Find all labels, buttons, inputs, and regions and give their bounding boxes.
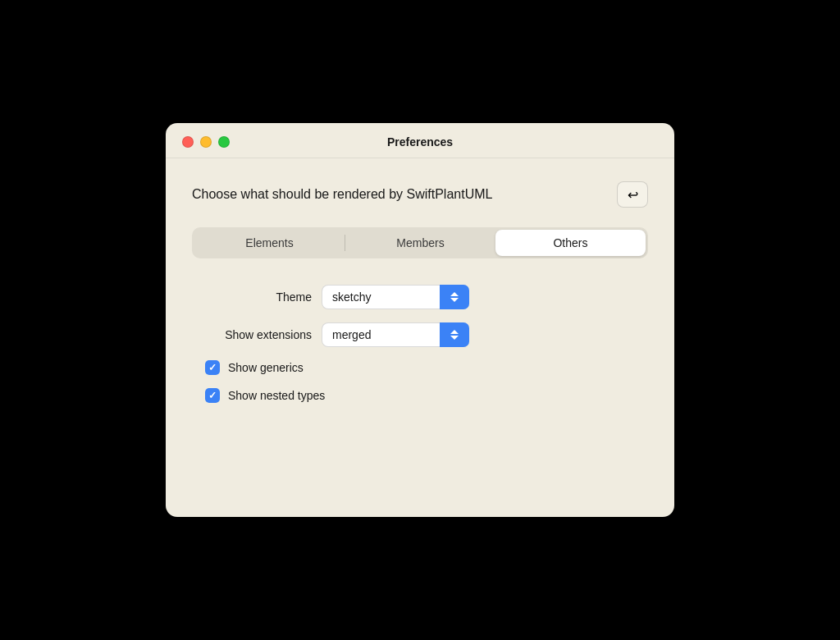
close-button[interactable] [182, 136, 194, 148]
extensions-select[interactable]: merged separate none [322, 322, 469, 347]
preferences-window: Preferences Choose what should be render… [166, 123, 674, 517]
tab-members[interactable]: Members [345, 230, 495, 256]
header-row: Choose what should be rendered by SwiftP… [192, 181, 648, 208]
generics-label: Show generics [228, 361, 304, 374]
theme-label: Theme [205, 290, 312, 304]
checkmark-icon-2: ✓ [208, 391, 217, 400]
tab-elements[interactable]: Elements [194, 230, 345, 256]
theme-row: Theme sketchy plain vibrant amiga [205, 285, 648, 309]
minimize-button[interactable] [200, 136, 212, 148]
extensions-row: Show extensions merged separate none [205, 322, 648, 347]
tab-others[interactable]: Others [495, 230, 646, 256]
nested-types-checkbox[interactable]: ✓ [205, 388, 220, 403]
form-area: Theme sketchy plain vibrant amiga Show e… [192, 285, 648, 403]
nested-types-label: Show nested types [228, 389, 325, 402]
theme-select[interactable]: sketchy plain vibrant amiga [322, 285, 469, 309]
content-area: Choose what should be rendered by SwiftP… [166, 158, 674, 432]
traffic-lights [182, 136, 230, 148]
extensions-select-wrapper: merged separate none [322, 322, 469, 347]
nested-types-row[interactable]: ✓ Show nested types [205, 388, 648, 403]
reset-icon: ↩ [628, 187, 638, 203]
title-bar: Preferences [166, 123, 674, 158]
extensions-label: Show extensions [205, 328, 312, 341]
generics-checkbox[interactable]: ✓ [205, 360, 220, 375]
header-description: Choose what should be rendered by SwiftP… [192, 187, 492, 202]
window-title: Preferences [387, 135, 453, 149]
reset-button[interactable]: ↩ [617, 181, 648, 208]
theme-select-wrapper: sketchy plain vibrant amiga [322, 285, 469, 309]
checkmark-icon: ✓ [208, 363, 217, 373]
maximize-button[interactable] [218, 136, 230, 148]
generics-row[interactable]: ✓ Show generics [205, 360, 648, 375]
tab-bar: Elements Members Others [192, 227, 648, 258]
